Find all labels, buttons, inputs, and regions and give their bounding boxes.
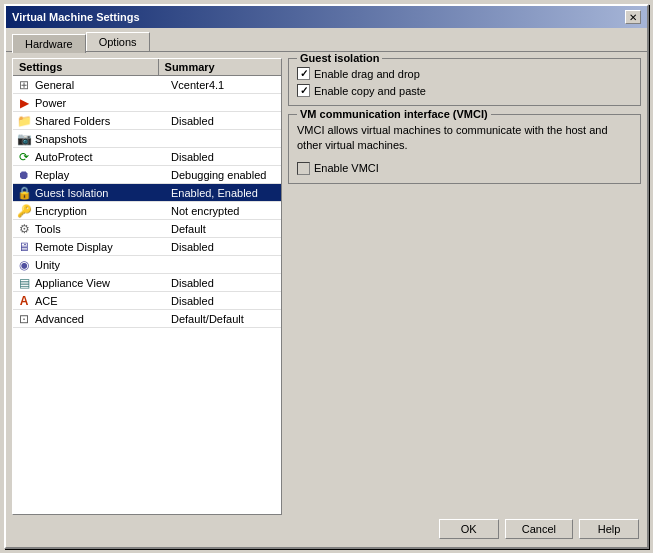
icon-encryption: 🔑 <box>15 203 33 219</box>
guest-isolation-title: Guest isolation <box>297 52 382 64</box>
row-summary-advanced: Default/Default <box>171 313 281 325</box>
row-name-remote_display: Remote Display <box>33 241 171 253</box>
table-row-appliance_view[interactable]: ▤ Appliance View Disabled <box>13 274 281 292</box>
table-row-unity[interactable]: ◉ Unity <box>13 256 281 274</box>
table-row-remote_display[interactable]: 🖥 Remote Display Disabled <box>13 238 281 256</box>
right-panel: Guest isolation Enable drag and drop Ena… <box>288 58 641 515</box>
icon-guest_isolation: 🔒 <box>15 185 33 201</box>
col-settings-header: Settings <box>13 59 159 75</box>
row-name-replay: Replay <box>33 169 171 181</box>
table-row-shared_folders[interactable]: 📁 Shared Folders Disabled <box>13 112 281 130</box>
row-summary-appliance_view: Disabled <box>171 277 281 289</box>
row-summary-general: Vcenter4.1 <box>171 79 281 91</box>
row-name-power: Power <box>33 97 171 109</box>
vmci-title: VM communication interface (VMCI) <box>297 108 491 120</box>
enable-vmci-row: Enable VMCI <box>297 162 632 175</box>
icon-general: ⊞ <box>15 77 33 93</box>
table-row-guest_isolation[interactable]: 🔒 Guest Isolation Enabled, Enabled <box>13 184 281 202</box>
table-row-general[interactable]: ⊞ General Vcenter4.1 <box>13 76 281 94</box>
row-name-shared_folders: Shared Folders <box>33 115 171 127</box>
content-area: Settings Summary ⊞ General Vcenter4.1 ▶ … <box>6 51 647 547</box>
icon-advanced: ⊡ <box>15 311 33 327</box>
copy-paste-row: Enable copy and paste <box>297 84 632 97</box>
cancel-button[interactable]: Cancel <box>505 519 573 539</box>
icon-replay: ⏺ <box>15 167 33 183</box>
icon-snapshots: 📷 <box>15 131 33 147</box>
icon-tools: ⚙ <box>15 221 33 237</box>
icon-remote_display: 🖥 <box>15 239 33 255</box>
row-name-advanced: Advanced <box>33 313 171 325</box>
row-name-guest_isolation: Guest Isolation <box>33 187 171 199</box>
main-panel: Settings Summary ⊞ General Vcenter4.1 ▶ … <box>12 58 641 515</box>
buttons-bar: OK Cancel Help <box>12 515 641 541</box>
enable-drag-drop-checkbox[interactable] <box>297 67 310 80</box>
table-row-encryption[interactable]: 🔑 Encryption Not encrypted <box>13 202 281 220</box>
table-row-snapshots[interactable]: 📷 Snapshots <box>13 130 281 148</box>
row-summary-autoprotect: Disabled <box>171 151 281 163</box>
table-row-advanced[interactable]: ⊡ Advanced Default/Default <box>13 310 281 328</box>
help-button[interactable]: Help <box>579 519 639 539</box>
drag-drop-label: Enable drag and drop <box>314 68 420 80</box>
icon-unity: ◉ <box>15 257 33 273</box>
row-name-tools: Tools <box>33 223 171 235</box>
table-header: Settings Summary <box>13 59 281 76</box>
enable-vmci-label: Enable VMCI <box>314 162 379 174</box>
settings-table: Settings Summary ⊞ General Vcenter4.1 ▶ … <box>12 58 282 515</box>
guest-isolation-group: Guest isolation Enable drag and drop Ena… <box>288 58 641 106</box>
vmci-group: VM communication interface (VMCI) VMCI a… <box>288 114 641 184</box>
row-name-encryption: Encryption <box>33 205 171 217</box>
table-row-autoprotect[interactable]: ⟳ AutoProtect Disabled <box>13 148 281 166</box>
row-summary-tools: Default <box>171 223 281 235</box>
row-name-snapshots: Snapshots <box>33 133 171 145</box>
drag-drop-row: Enable drag and drop <box>297 67 632 80</box>
tab-hardware[interactable]: Hardware <box>12 34 86 53</box>
copy-paste-label: Enable copy and paste <box>314 85 426 97</box>
window-title: Virtual Machine Settings <box>12 11 140 23</box>
tabs-bar: Hardware Options <box>6 28 647 51</box>
row-name-appliance_view: Appliance View <box>33 277 171 289</box>
table-row-tools[interactable]: ⚙ Tools Default <box>13 220 281 238</box>
col-summary-header: Summary <box>159 59 281 75</box>
icon-autoprotect: ⟳ <box>15 149 33 165</box>
row-name-autoprotect: AutoProtect <box>33 151 171 163</box>
icon-appliance_view: ▤ <box>15 275 33 291</box>
enable-copy-paste-checkbox[interactable] <box>297 84 310 97</box>
row-summary-remote_display: Disabled <box>171 241 281 253</box>
row-summary-guest_isolation: Enabled, Enabled <box>171 187 281 199</box>
vmci-description: VMCI allows virtual machines to communic… <box>297 123 632 154</box>
table-row-replay[interactable]: ⏺ Replay Debugging enabled <box>13 166 281 184</box>
enable-vmci-checkbox[interactable] <box>297 162 310 175</box>
icon-power: ▶ <box>15 95 33 111</box>
title-bar: Virtual Machine Settings ✕ <box>6 6 647 28</box>
table-row-ace[interactable]: A ACE Disabled <box>13 292 281 310</box>
row-name-unity: Unity <box>33 259 171 271</box>
close-button[interactable]: ✕ <box>625 10 641 24</box>
main-window: Virtual Machine Settings ✕ Hardware Opti… <box>4 4 649 549</box>
settings-rows: ⊞ General Vcenter4.1 ▶ Power 📁 Shared Fo… <box>13 76 281 328</box>
row-summary-ace: Disabled <box>171 295 281 307</box>
icon-shared_folders: 📁 <box>15 113 33 129</box>
icon-ace: A <box>15 293 33 309</box>
row-summary-encryption: Not encrypted <box>171 205 281 217</box>
table-row-power[interactable]: ▶ Power <box>13 94 281 112</box>
ok-button[interactable]: OK <box>439 519 499 539</box>
row-name-general: General <box>33 79 171 91</box>
row-summary-replay: Debugging enabled <box>171 169 281 181</box>
tab-options[interactable]: Options <box>86 32 150 51</box>
row-summary-shared_folders: Disabled <box>171 115 281 127</box>
row-name-ace: ACE <box>33 295 171 307</box>
